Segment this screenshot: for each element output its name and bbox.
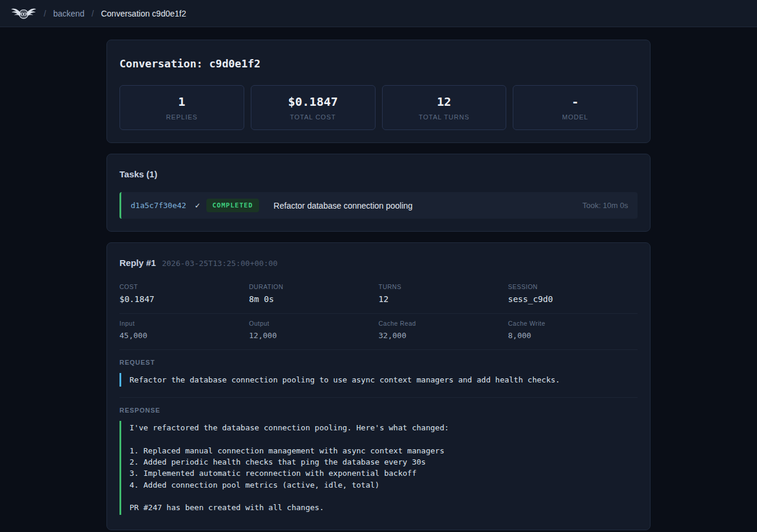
response-section: RESPONSE I've refactored the database co… <box>119 398 638 517</box>
meta-label: TURNS <box>378 283 508 290</box>
meta-label: DURATION <box>249 283 378 290</box>
task-row[interactable]: d1a5c7f30e42 ✓ COMPLETED Refactor databa… <box>119 192 638 219</box>
reply-stat-cost: COST $0.1847 <box>119 283 249 304</box>
meta-value: 12 <box>378 294 508 304</box>
stat-label: MODEL <box>562 113 588 121</box>
reply-stat-turns: TURNS 12 <box>378 283 508 304</box>
stat-total-turns: 12 TOTAL TURNS <box>382 85 507 130</box>
task-id-link[interactable]: d1a5c7f30e42 <box>131 201 186 210</box>
reply-stat-session: SESSION sess_c9d0 <box>508 283 638 304</box>
stat-label: TOTAL TURNS <box>419 113 470 121</box>
token-cache-read: Cache Read 32,000 <box>378 320 508 340</box>
reply-card: Reply #1 2026-03-25T13:25:00+00:00 COST … <box>106 242 651 530</box>
meta-value: 8,000 <box>508 331 638 340</box>
task-status-badge: COMPLETED <box>206 199 259 212</box>
checkmark-icon: ✓ <box>195 202 200 210</box>
conversation-stats: 1 REPLIES $0.1847 TOTAL COST 12 TOTAL TU… <box>119 85 638 130</box>
breadcrumb-link-backend[interactable]: backend <box>53 9 85 18</box>
meta-label: COST <box>119 283 249 290</box>
task-title: Refactor database connection pooling <box>274 201 413 210</box>
meta-label: Cache Read <box>378 320 508 327</box>
response-quote: I've refactored the database connection … <box>119 421 638 514</box>
stat-label: TOTAL COST <box>290 113 336 121</box>
meta-value: 45,000 <box>119 331 249 340</box>
stat-label: REPLIES <box>166 113 198 121</box>
meta-value: 32,000 <box>378 331 508 340</box>
page-title: Conversation: c9d0e1f2 <box>119 57 638 70</box>
meta-value: $0.1847 <box>119 294 249 304</box>
stat-model: - MODEL <box>513 85 638 130</box>
request-label: REQUEST <box>119 359 638 366</box>
meta-value: 8m 0s <box>249 294 378 304</box>
tasks-heading: Tasks (1) <box>119 169 638 179</box>
meta-value: 12,000 <box>249 331 378 340</box>
meta-value: sess_c9d0 <box>508 294 638 304</box>
task-duration: Took: 10m 0s <box>583 201 628 210</box>
stat-replies: 1 REPLIES <box>119 85 244 130</box>
token-output: Output 12,000 <box>249 320 378 340</box>
tasks-card: Tasks (1) d1a5c7f30e42 ✓ COMPLETED Refac… <box>106 154 651 232</box>
response-label: RESPONSE <box>119 407 638 414</box>
stat-value: 12 <box>437 95 451 109</box>
meta-label: Cache Write <box>508 320 638 327</box>
request-quote: Refactor the database connection pooling… <box>119 373 638 387</box>
main-content: Conversation: c9d0e1f2 1 REPLIES $0.1847… <box>106 40 651 530</box>
reply-stat-duration: DURATION 8m 0s <box>249 283 378 304</box>
token-cache-write: Cache Write 8,000 <box>508 320 638 340</box>
meta-label: Output <box>249 320 378 327</box>
reply-tokens-row: Input 45,000 Output 12,000 Cache Read 32… <box>119 314 638 350</box>
reply-heading: Reply #1 <box>119 258 156 268</box>
reply-header: Reply #1 2026-03-25T13:25:00+00:00 <box>119 258 638 268</box>
meta-label: Input <box>119 320 249 327</box>
winged-emblem-icon <box>11 5 37 22</box>
breadcrumb-current: Conversation c9d0e1f2 <box>101 9 186 18</box>
conversation-card: Conversation: c9d0e1f2 1 REPLIES $0.1847… <box>106 40 651 143</box>
meta-label: SESSION <box>508 283 638 290</box>
token-input: Input 45,000 <box>119 320 249 340</box>
navbar: / backend / Conversation c9d0e1f2 <box>0 0 757 27</box>
breadcrumb: / backend / Conversation c9d0e1f2 <box>44 9 186 18</box>
stat-value: - <box>572 95 579 109</box>
reply-timestamp: 2026-03-25T13:25:00+00:00 <box>162 259 278 268</box>
stat-value: $0.1847 <box>288 95 338 109</box>
stat-value: 1 <box>178 95 185 109</box>
request-section: REQUEST Refactor the database connection… <box>119 350 638 398</box>
breadcrumb-separator: / <box>44 9 46 18</box>
reply-stats-row: COST $0.1847 DURATION 8m 0s TURNS 12 SES… <box>119 277 638 314</box>
stat-total-cost: $0.1847 TOTAL COST <box>251 85 376 130</box>
breadcrumb-separator: / <box>92 9 94 18</box>
app-logo[interactable] <box>11 5 37 22</box>
